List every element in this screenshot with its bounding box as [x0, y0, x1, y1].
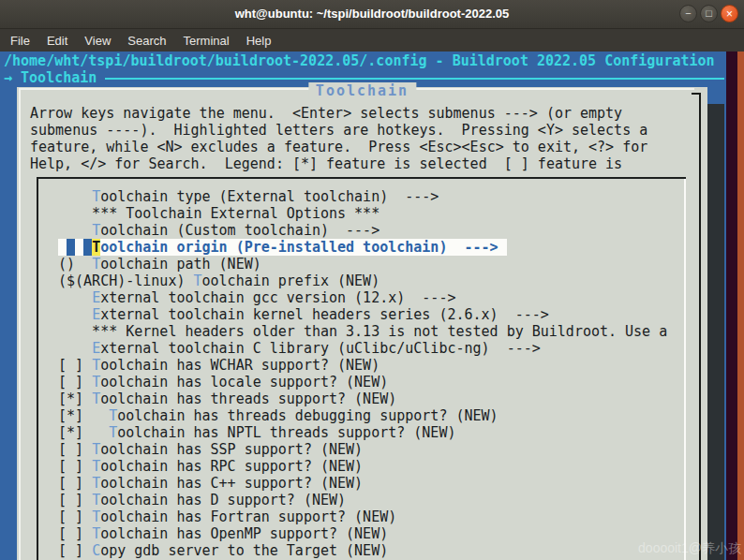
hotkey-letter: T: [109, 407, 117, 424]
menuconfig-dialog: Toolchain Arrow keys navigate the menu. …: [17, 87, 707, 560]
menu-item[interactable]: External toolchain gcc version (12.x) --…: [58, 289, 455, 306]
hotkey-letter: T: [92, 222, 100, 239]
menu-item[interactable]: [*] Toolchain has threads debugging supp…: [58, 407, 498, 424]
dialog-border-right: [699, 93, 701, 560]
menu-item-selected[interactable]: Toolchain origin (Pre-installed toolchai…: [58, 239, 507, 256]
hotkey-letter: T: [92, 357, 100, 374]
menu-item[interactable]: *** Toolchain External Options ***: [58, 205, 379, 222]
menu-item[interactable]: [*] Toolchain has NPTL threads support? …: [58, 424, 455, 441]
dialog-border-left: [19, 88, 21, 560]
hotkey-letter: T: [92, 458, 100, 475]
menu-item[interactable]: [ ] Toolchain has WCHAR support? (NEW): [58, 357, 379, 374]
menu-item[interactable]: [ ] Toolchain has Fortran support? (NEW): [58, 508, 396, 525]
menu-item[interactable]: External toolchain kernel headers series…: [58, 306, 549, 323]
menu-item[interactable]: [ ] Toolchain has C++ support? (NEW): [58, 475, 363, 492]
window-controls: −□×: [679, 5, 738, 22]
menu-item[interactable]: Toolchain (Custom toolchain) --->: [58, 222, 379, 239]
maximize-button[interactable]: □: [700, 5, 718, 22]
menubar-item-terminal[interactable]: Terminal: [175, 34, 238, 48]
dialog-shadow: [707, 104, 724, 560]
hotkey-letter: T: [194, 273, 202, 289]
list-border-left: [37, 177, 38, 560]
hotkey-letter: E: [92, 340, 100, 357]
scrollbar-track[interactable]: [726, 52, 744, 560]
menu-item[interactable]: [ ] Toolchain has RPC support? (NEW): [58, 458, 363, 475]
titlebar[interactable]: wht@ubuntu: ~/tspi/buildroot/buildroot-2…: [0, 0, 744, 29]
menu-item[interactable]: [ ] Toolchain has OpenMP support? (NEW): [58, 525, 388, 542]
hotkey-letter: T: [92, 525, 100, 542]
config-path-line: /home/wht/tspi/buildroot/buildroot-2022.…: [4, 52, 715, 69]
hotkey-letter: T: [109, 424, 117, 441]
dialog-border-corner: [692, 93, 701, 95]
hotkey-letter: E: [92, 289, 100, 306]
hotkey-letter: T: [92, 188, 100, 205]
menu-item[interactable]: External toolchain C library (uClibc/uCl…: [58, 340, 541, 357]
hotkey-letter: C: [92, 542, 100, 559]
hotkey-letter: T: [92, 239, 100, 256]
list-border-right: [684, 179, 686, 560]
minimize-button[interactable]: −: [679, 5, 697, 22]
hotkey-letter: T: [92, 374, 100, 391]
menubar-item-view[interactable]: View: [76, 34, 119, 48]
breadcrumb-rule: [105, 78, 724, 80]
cursor-block: [67, 239, 75, 256]
menu-item[interactable]: Toolchain type (External toolchain) --->: [58, 188, 439, 205]
hotkey-letter: T: [92, 475, 100, 492]
hotkey-letter: T: [92, 441, 100, 458]
menubar-item-help[interactable]: Help: [238, 34, 280, 48]
window-title: wht@ubuntu: ~/tspi/buildroot/buildroot-2…: [0, 7, 744, 21]
dialog-title: Toolchain: [308, 82, 416, 99]
hotkey-letter: E: [92, 306, 100, 323]
menubar-item-file[interactable]: File: [2, 34, 38, 48]
hotkey-letter: T: [92, 492, 100, 508]
menu-item[interactable]: *** Kernel headers older than 3.13 is no…: [58, 323, 667, 340]
hotkey-letter: T: [92, 508, 100, 525]
close-button[interactable]: ×: [721, 5, 738, 22]
watermark: dooooit1@养小孩: [638, 540, 741, 557]
menu-list: Toolchain type (External toolchain) --->…: [58, 188, 667, 559]
hotkey-letter: T: [92, 256, 100, 273]
hotkey-letter: T: [92, 391, 100, 407]
list-border-top: [37, 177, 686, 179]
menu-item[interactable]: [ ] Toolchain has SSP support? (NEW): [58, 441, 363, 458]
menubar: FileEditViewSearchTerminalHelp: [0, 29, 744, 52]
terminal-screen: /home/wht/tspi/buildroot/buildroot-2022.…: [0, 52, 744, 560]
menu-item[interactable]: [ ] Toolchain has D support? (NEW): [58, 492, 346, 508]
dialog-help-text: Arrow keys navigate the menu. <Enter> se…: [30, 105, 647, 172]
scrollbar-thumb[interactable]: [737, 52, 744, 560]
menu-item[interactable]: [ ] Copy gdb server to the Target (NEW): [58, 542, 388, 559]
breadcrumb: → Toolchain: [4, 69, 97, 86]
menu-item[interactable]: () Toolchain path (NEW): [58, 256, 261, 273]
menubar-item-search[interactable]: Search: [119, 34, 174, 48]
menu-item[interactable]: [ ] Toolchain has locale support? (NEW): [58, 374, 388, 391]
cursor-block: [83, 239, 92, 256]
menu-item[interactable]: ($(ARCH)-linux) Toolchain prefix (NEW): [58, 273, 379, 289]
terminal-window: wht@ubuntu: ~/tspi/buildroot/buildroot-2…: [0, 0, 744, 560]
menubar-item-edit[interactable]: Edit: [38, 34, 76, 48]
menu-item[interactable]: [*] Toolchain has threads support? (NEW): [58, 391, 396, 407]
